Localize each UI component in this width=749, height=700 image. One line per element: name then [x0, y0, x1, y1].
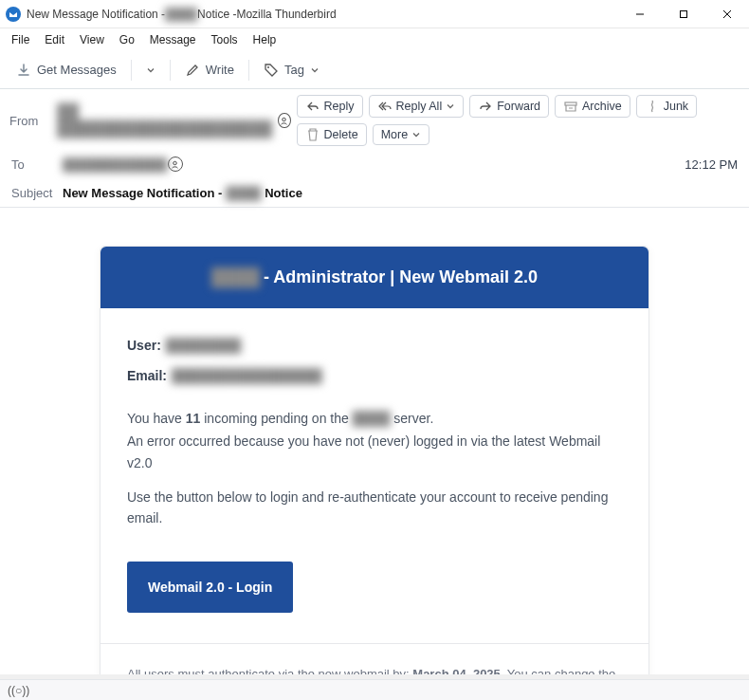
menu-view[interactable]: View — [72, 30, 112, 49]
more-label: More — [381, 128, 408, 141]
subject-redacted: ████ — [226, 186, 261, 200]
reply-label: Reply — [324, 100, 355, 113]
subject-suffix: Notice — [265, 186, 302, 200]
email-banner: ████ - Administrator | New Webmail 2.0 — [100, 247, 649, 308]
minimize-button[interactable] — [618, 0, 662, 28]
email-footer: All users must authenticate via the new … — [100, 643, 649, 674]
user-value: ████████ — [166, 335, 241, 356]
window-title-redacted: ████ — [165, 8, 197, 21]
forward-button[interactable]: Forward — [469, 95, 549, 118]
contact-icon[interactable] — [168, 157, 183, 172]
user-label: User: — [127, 335, 161, 356]
junk-button[interactable]: Junk — [636, 95, 697, 118]
window-title-app: Mozilla Thunderbird — [236, 8, 336, 21]
junk-label: Junk — [664, 100, 688, 113]
svg-point-7 — [174, 161, 176, 164]
banner-text: - Administrator | New Webmail 2.0 — [264, 267, 538, 287]
deadline-line: All users must authenticate via the new … — [127, 665, 622, 674]
pencil-icon — [185, 63, 200, 78]
email-line: Email: ████████████████ — [127, 365, 622, 386]
archive-icon — [563, 99, 578, 114]
titlebar: New Message Notification - ████ Notice -… — [0, 0, 749, 28]
chevron-down-icon — [146, 65, 155, 75]
pending-line: You have 11 incoming pending on the ████… — [127, 408, 622, 429]
delete-label: Delete — [324, 128, 358, 141]
tag-icon — [264, 63, 279, 78]
reply-icon — [305, 99, 320, 114]
menu-go[interactable]: Go — [112, 30, 142, 49]
toolbar: Get Messages Write Tag — [0, 51, 749, 89]
statusbar: ((○)) — [0, 679, 749, 700]
error-line: An error occurred because you have not (… — [127, 431, 622, 473]
reply-all-button[interactable]: Reply All — [369, 95, 465, 118]
message-header: From ██ ████████████████████ Reply Reply… — [0, 89, 749, 208]
from-label: From — [9, 114, 51, 128]
trash-icon — [305, 127, 320, 142]
svg-rect-1 — [681, 10, 687, 17]
reply-all-label: Reply All — [396, 100, 443, 113]
write-label: Write — [206, 63, 234, 77]
menu-edit[interactable]: Edit — [37, 30, 72, 49]
svg-point-4 — [267, 66, 269, 68]
get-messages-dropdown[interactable] — [137, 61, 164, 80]
subject-row: Subject New Message Notification - ████ … — [0, 178, 749, 207]
pending-count: 11 — [186, 411, 201, 426]
to-row: To ████████████ 12:12 PM — [0, 150, 749, 178]
menu-file[interactable]: File — [4, 30, 37, 49]
server-name-redacted: ████ — [353, 411, 391, 426]
chevron-down-icon — [411, 130, 421, 139]
close-button[interactable] — [705, 0, 749, 28]
forward-icon — [478, 99, 493, 114]
thunderbird-icon — [6, 7, 21, 22]
reply-all-icon — [377, 99, 393, 114]
connection-status-icon[interactable]: ((○)) — [8, 684, 29, 697]
to-value[interactable]: ████████████ — [63, 157, 168, 172]
deadline-date: March 04, 2025 — [412, 667, 501, 674]
write-button[interactable]: Write — [176, 58, 243, 83]
menu-help[interactable]: Help — [246, 30, 284, 49]
tag-button[interactable]: Tag — [255, 58, 328, 83]
subject-label: Subject — [11, 186, 63, 200]
tag-label: Tag — [284, 63, 304, 77]
download-icon — [16, 63, 31, 78]
delete-button[interactable]: Delete — [297, 123, 367, 146]
reply-button[interactable]: Reply — [297, 95, 363, 118]
menu-tools[interactable]: Tools — [204, 30, 246, 49]
archive-button[interactable]: Archive — [555, 95, 630, 118]
banner-redacted: ████ — [211, 267, 260, 287]
subject-prefix: New Message Notification - — [63, 186, 222, 200]
window-title-prefix: New Message Notification - — [27, 8, 165, 21]
window-title-middle: Notice - — [197, 8, 236, 21]
email-content: User: ████████ Email: ████████████████ Y… — [100, 308, 649, 643]
from-row: From ██ ████████████████████ Reply Reply… — [0, 89, 749, 150]
to-label: To — [11, 157, 63, 172]
received-time: 12:12 PM — [685, 157, 738, 172]
chevron-down-icon — [310, 65, 320, 75]
login-button[interactable]: Webmail 2.0 - Login — [127, 562, 293, 613]
svg-rect-6 — [565, 102, 576, 105]
forward-label: Forward — [497, 100, 540, 113]
get-messages-button[interactable]: Get Messages — [8, 58, 125, 83]
email-label: Email: — [127, 365, 167, 386]
email-card: ████ - Administrator | New Webmail 2.0 U… — [100, 246, 649, 674]
menubar: File Edit View Go Message Tools Help — [0, 28, 749, 51]
chevron-down-icon — [446, 101, 455, 111]
archive-label: Archive — [582, 100, 622, 113]
svg-point-5 — [283, 118, 285, 120]
instruction-line: Use the button below to login and re-aut… — [127, 487, 622, 529]
get-messages-label: Get Messages — [37, 63, 117, 77]
junk-icon — [645, 99, 660, 114]
maximize-button[interactable] — [662, 0, 705, 28]
contact-icon[interactable] — [278, 113, 291, 128]
message-body: ████ - Administrator | New Webmail 2.0 U… — [0, 208, 749, 674]
from-value[interactable]: ██ ████████████████████ — [57, 103, 272, 138]
more-button[interactable]: More — [373, 124, 429, 145]
menu-message[interactable]: Message — [142, 30, 204, 49]
email-value: ████████████████ — [172, 365, 322, 386]
user-line: User: ████████ — [127, 335, 622, 356]
